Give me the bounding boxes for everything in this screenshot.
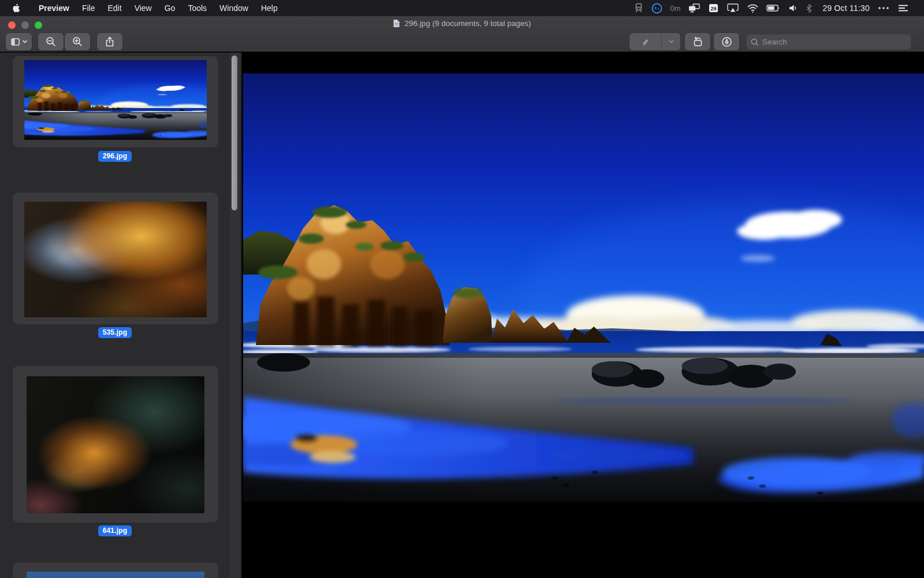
rotate-left-icon [692, 36, 703, 47]
menu-item-tools[interactable]: Tools [187, 3, 208, 13]
search-icon [751, 38, 759, 46]
search-input[interactable] [762, 38, 907, 46]
document-icon [393, 19, 400, 28]
apple-menu-icon[interactable] [12, 3, 20, 13]
zoom-in-icon [72, 36, 83, 47]
calendar-day: 29 [711, 6, 717, 12]
image-viewer [243, 53, 924, 578]
calendar-icon[interactable]: 29 [708, 3, 719, 13]
circular-app-icon[interactable] [651, 3, 662, 13]
highlighter-menu-button [662, 33, 680, 50]
share-button[interactable] [97, 33, 122, 50]
timer-label[interactable]: 0m [670, 4, 680, 13]
chevron-down-icon [669, 40, 674, 43]
sidebar-scrollbar-track[interactable] [230, 53, 241, 578]
menu-item-help[interactable]: Help [260, 3, 279, 13]
highlighter-icon [640, 37, 650, 47]
displays-icon[interactable] [688, 3, 701, 13]
battery-icon[interactable] [766, 3, 781, 13]
sidebar-toggle-button[interactable] [6, 33, 32, 50]
menu-bar-left: Preview File Edit View Go Tools Window H… [0, 3, 279, 13]
list-icon[interactable] [897, 3, 909, 13]
sidebar-toggle-icon [11, 38, 21, 46]
thumbnail-label-row: 535.jpg [0, 327, 230, 338]
thumbnail-label-641[interactable]: 641.jpg [98, 525, 132, 536]
main-image-296 [243, 73, 924, 502]
markup-pen-icon [721, 36, 732, 47]
more-icon[interactable] [877, 3, 890, 13]
thumbnail-label-row: 641.jpg [0, 525, 230, 536]
thumbnail-sidebar: 296.jpg 535.jpg 641.jpg [0, 53, 242, 578]
menu-bar-clock[interactable]: 29 Oct 11:30 [822, 3, 870, 13]
airplay-icon[interactable] [726, 3, 739, 13]
thumbnail-label-296[interactable]: 296.jpg [98, 151, 132, 162]
menu-item-view[interactable]: View [133, 3, 153, 13]
desktop: Preview File Edit View Go Tools Window H… [0, 0, 924, 578]
thumbnail-image-296[interactable] [24, 60, 207, 140]
rotate-left-button[interactable] [685, 33, 710, 50]
menu-item-file[interactable]: File [81, 3, 96, 13]
menu-bar: Preview File Edit View Go Tools Window H… [0, 0, 924, 16]
volume-icon[interactable] [788, 3, 798, 13]
menu-item-go[interactable]: Go [163, 3, 177, 13]
chevron-down-icon [23, 40, 27, 43]
menu-item-window[interactable]: Window [218, 3, 249, 13]
thumbnail-label-535[interactable]: 535.jpg [98, 327, 132, 338]
transit-icon[interactable] [634, 3, 644, 13]
share-icon [105, 36, 114, 47]
window-header: 296.jpg (9 documents, 9 total pages) [0, 16, 924, 52]
menu-item-preview[interactable]: Preview [38, 3, 70, 13]
menu-item-edit[interactable]: Edit [107, 3, 123, 13]
zoom-in-button[interactable] [65, 33, 90, 50]
search-field[interactable] [746, 34, 911, 50]
wifi-icon[interactable] [747, 3, 759, 13]
highlighter-button [629, 33, 661, 50]
window-title: 296.jpg (9 documents, 9 total pages) [404, 19, 531, 28]
sidebar-scrollbar-thumb[interactable] [232, 55, 237, 210]
markup-button[interactable] [714, 33, 739, 50]
bluetooth-icon[interactable] [806, 3, 813, 13]
title-bar: 296.jpg (9 documents, 9 total pages) [0, 19, 924, 28]
highlighter-split-button [629, 33, 680, 50]
zoom-out-icon [46, 36, 56, 47]
menu-bar-status: 0m 29 [634, 3, 924, 13]
thumbnail-image-641[interactable] [27, 376, 204, 513]
zoom-out-button[interactable] [38, 33, 64, 50]
thumbnail-image-partial[interactable] [27, 572, 204, 578]
thumbnail-image-535[interactable] [24, 202, 207, 317]
thumbnail-label-row: 296.jpg [0, 150, 230, 162]
